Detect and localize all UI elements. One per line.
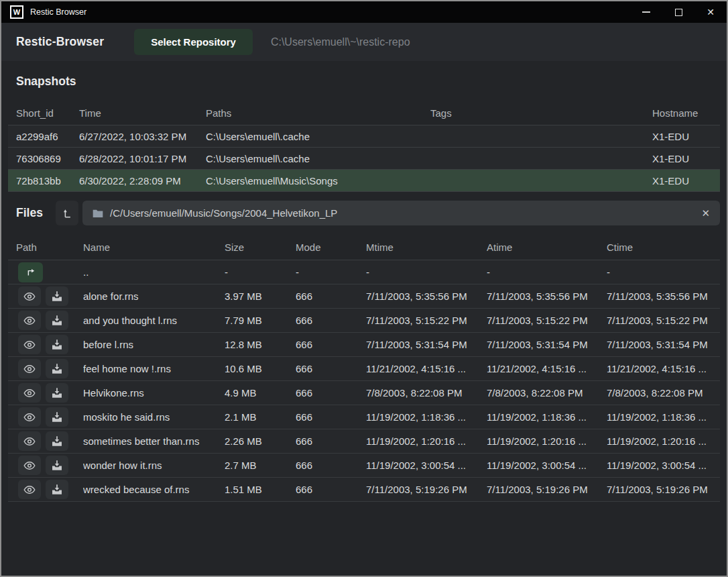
preview-file-button[interactable] [18, 311, 41, 330]
files-rows: alone for.rns 3.97 MB 666 7/11/2003, 5:3… [8, 284, 720, 502]
column-header-mtime: Mtime [366, 242, 487, 253]
file-row[interactable]: alone for.rns 3.97 MB 666 7/11/2003, 5:3… [8, 284, 720, 309]
file-size: 7.79 MB [225, 315, 296, 326]
file-row[interactable]: wonder how it.rns 2.7 MB 666 11/19/2002,… [8, 454, 720, 478]
preview-file-button[interactable] [18, 456, 41, 475]
preview-file-button[interactable] [18, 286, 41, 306]
file-row[interactable]: Helvikone.rns 4.9 MB 666 7/8/2003, 8:22:… [8, 381, 720, 405]
file-row-actions [16, 359, 83, 378]
download-file-button[interactable] [46, 431, 68, 451]
eye-icon [23, 461, 36, 470]
preview-file-button[interactable] [18, 383, 41, 403]
minimize-button[interactable] [630, 1, 662, 23]
maximize-button[interactable] [662, 1, 694, 23]
download-file-button[interactable] [46, 359, 68, 378]
eye-icon [23, 388, 36, 398]
go-to-root-button[interactable] [56, 201, 78, 225]
column-header-short-id: Short_id [16, 107, 79, 119]
file-mode: 666 [296, 387, 366, 399]
go-up-directory-button[interactable] [18, 262, 43, 282]
file-row[interactable]: before l.rns 12.8 MB 666 7/11/2003, 5:31… [8, 333, 720, 357]
parent-row-ctime: - [607, 266, 720, 278]
current-path-bar[interactable]: /C/Users/emuell/Music/Songs/2004_Helveti… [82, 201, 720, 225]
snapshot-hostname: X1-EDU [652, 131, 720, 142]
snapshot-row[interactable]: 76306869 6/28/2022, 10:01:17 PM C:\Users… [8, 148, 720, 170]
download-icon [52, 484, 62, 494]
file-ctime: 11/21/2002, 4:15:16 ... [607, 363, 720, 374]
eye-icon [23, 364, 36, 374]
column-header-mode: Mode [296, 242, 366, 253]
file-row[interactable]: moskito he said.rns 2.1 MB 666 11/19/200… [8, 405, 720, 429]
eye-icon [23, 485, 36, 494]
file-mtime: 7/8/2003, 8:22:08 PM [366, 387, 487, 399]
parent-row-name: .. [83, 266, 225, 278]
preview-file-button[interactable] [18, 359, 41, 378]
eye-icon [23, 340, 36, 350]
file-row-actions [16, 311, 83, 330]
download-icon [52, 436, 62, 446]
preview-file-button[interactable] [18, 407, 41, 427]
files-table: Path Name Size Mode Mtime Atime Ctime ..… [8, 235, 720, 502]
app-window-icon: W [10, 5, 23, 19]
file-size: 1.51 MB [225, 484, 296, 495]
eye-icon [23, 292, 36, 301]
parent-directory-row[interactable]: .. - - - - - [8, 260, 720, 284]
close-icon: ✕ [707, 7, 715, 17]
column-header-atime: Atime [487, 242, 607, 253]
files-bar: Files /C/Users/emuell/Music/Songs/2004_H… [8, 201, 720, 225]
clear-path-icon[interactable]: ✕ [701, 207, 710, 219]
download-icon [52, 460, 62, 470]
file-name: wrecked because of.rns [83, 484, 225, 495]
preview-file-button[interactable] [18, 480, 41, 499]
file-ctime: 7/11/2003, 5:35:56 PM [607, 291, 720, 302]
download-file-button[interactable] [46, 286, 68, 306]
file-name: and you thought l.rns [83, 315, 225, 326]
file-row[interactable]: sometimes better than.rns 2.26 MB 666 11… [8, 429, 720, 454]
file-name: Helvikone.rns [83, 387, 225, 399]
level-up-icon [62, 208, 72, 219]
current-path-value: /C/Users/emuell/Music/Songs/2004_Helveti… [110, 207, 694, 219]
window-title: Restic Browser [30, 7, 86, 17]
download-file-button[interactable] [46, 311, 68, 330]
snapshots-heading: Snapshots [16, 74, 727, 89]
file-row[interactable]: feel home now !.rns 10.6 MB 666 11/21/20… [8, 357, 720, 381]
files-table-header: Path Name Size Mode Mtime Atime Ctime [8, 235, 720, 260]
eye-icon [23, 437, 36, 446]
preview-file-button[interactable] [18, 431, 41, 451]
file-size: 12.8 MB [225, 339, 296, 350]
file-row-actions [16, 383, 83, 403]
file-atime: 7/11/2003, 5:35:56 PM [487, 291, 607, 302]
download-file-button[interactable] [46, 456, 68, 475]
file-row-actions [16, 407, 83, 427]
download-file-button[interactable] [46, 480, 68, 499]
download-file-button[interactable] [46, 407, 68, 427]
download-file-button[interactable] [46, 335, 68, 354]
file-atime: 11/19/2002, 1:20:16 ... [487, 435, 607, 447]
snapshot-paths: C:\Users\emuell\.cache [206, 131, 430, 142]
file-atime: 7/11/2003, 5:19:26 PM [487, 484, 607, 495]
download-icon [52, 339, 62, 350]
title-bar: W Restic Browser ✕ [1, 1, 727, 23]
file-row-actions [16, 431, 83, 451]
column-header-paths: Paths [206, 107, 430, 119]
parent-row-actions [16, 262, 83, 282]
file-atime: 7/8/2003, 8:22:08 PM [487, 387, 607, 399]
close-button[interactable]: ✕ [694, 1, 727, 23]
file-ctime: 11/19/2002, 3:00:54 ... [607, 460, 720, 471]
snapshots-rows: a2299af6 6/27/2022, 10:03:32 PM C:\Users… [8, 125, 720, 192]
file-mtime: 7/11/2003, 5:19:26 PM [366, 484, 487, 495]
eye-icon [23, 413, 36, 422]
snapshot-row[interactable]: 72b813bb 6/30/2022, 2:28:09 PM C:\Users\… [8, 170, 720, 192]
file-row[interactable]: wrecked because of.rns 1.51 MB 666 7/11/… [8, 478, 720, 502]
file-mtime: 11/19/2002, 3:00:54 ... [366, 460, 487, 471]
file-atime: 11/21/2002, 4:15:16 ... [487, 363, 607, 374]
window-controls: ✕ [630, 1, 727, 23]
preview-file-button[interactable] [18, 335, 41, 354]
file-ctime: 11/19/2002, 1:18:36 ... [607, 411, 720, 423]
snapshot-row[interactable]: a2299af6 6/27/2022, 10:03:32 PM C:\Users… [8, 125, 720, 148]
select-repository-button[interactable]: Select Repository [134, 29, 253, 55]
column-header-size: Size [225, 242, 296, 253]
download-file-button[interactable] [46, 383, 68, 403]
file-atime: 7/11/2003, 5:15:22 PM [487, 315, 607, 326]
file-row[interactable]: and you thought l.rns 7.79 MB 666 7/11/2… [8, 309, 720, 333]
